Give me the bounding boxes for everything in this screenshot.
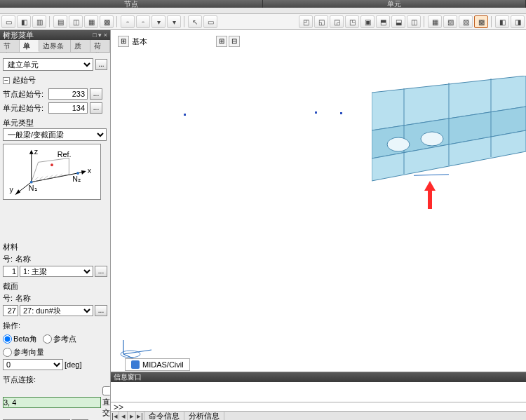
header-tab-element[interactable]: 单元 bbox=[263, 0, 526, 8]
svg-line-12 bbox=[49, 175, 53, 178]
elem-start-input[interactable] bbox=[48, 102, 88, 114]
svg-point-28 bbox=[387, 137, 410, 151]
svg-line-11 bbox=[44, 176, 48, 179]
view-tab-icon[interactable]: ⊟ bbox=[229, 36, 240, 47]
create-combo[interactable]: 建立单元 bbox=[3, 58, 93, 71]
view-icon[interactable]: ▨ bbox=[459, 15, 473, 28]
tool-icon[interactable]: ▭ bbox=[203, 15, 217, 28]
more-button[interactable]: ... bbox=[95, 59, 107, 70]
tab-node[interactable]: 节点 bbox=[0, 40, 20, 52]
node-marker bbox=[340, 112, 342, 114]
view-tab-icon[interactable]: ⊞ bbox=[216, 36, 227, 47]
message-body[interactable] bbox=[111, 382, 526, 402]
tool-icon[interactable]: ▩ bbox=[100, 15, 114, 28]
node-start-input[interactable] bbox=[48, 88, 88, 100]
view-icon[interactable]: ⬒ bbox=[376, 15, 390, 28]
tool-icon[interactable]: ▦ bbox=[84, 15, 98, 28]
start-section-header[interactable]: − 起始号 bbox=[3, 75, 107, 86]
node-marker bbox=[184, 114, 186, 116]
material-select[interactable]: 1: 主梁 bbox=[20, 266, 93, 277]
view-icon[interactable]: ◫ bbox=[407, 15, 421, 28]
nav-next-icon[interactable]: ▸ bbox=[128, 412, 136, 421]
svg-marker-1 bbox=[29, 150, 34, 154]
tool-icon[interactable]: ◧ bbox=[17, 15, 31, 28]
svg-point-17 bbox=[30, 181, 33, 184]
node-conn-input[interactable] bbox=[3, 397, 101, 408]
model-viewport[interactable]: ⊞ 基本 ⊞ ⊟ bbox=[111, 30, 526, 420]
tab-load[interactable]: 荷载 bbox=[90, 40, 110, 52]
bridge-model bbox=[372, 76, 526, 188]
midas-logo-icon bbox=[131, 360, 140, 369]
section-select[interactable]: 27: dun#块 bbox=[20, 305, 93, 316]
orth-checkbox[interactable]: 直交 bbox=[102, 386, 110, 418]
svg-marker-4 bbox=[81, 170, 86, 175]
material-num-input[interactable] bbox=[3, 266, 18, 277]
tool-dropdown-icon[interactable]: ▾ bbox=[151, 15, 166, 28]
top-header-tabs: 节点 单元 bbox=[0, 0, 526, 8]
view-icon[interactable]: ◧ bbox=[495, 15, 509, 28]
tool-icon[interactable]: ▭ bbox=[1, 15, 15, 28]
svg-text:N₁: N₁ bbox=[29, 184, 37, 192]
svg-text:x: x bbox=[88, 166, 92, 175]
pointer-icon[interactable]: ↖ bbox=[188, 15, 202, 28]
refpoint-radio[interactable]: 参考点 bbox=[43, 334, 76, 344]
section-more[interactable]: ... bbox=[95, 305, 107, 316]
viewer-tab[interactable]: MIDAS/Civil bbox=[125, 358, 190, 371]
view-icon[interactable]: ▣ bbox=[360, 15, 375, 28]
view-icon[interactable]: ▦ bbox=[428, 15, 442, 28]
elem-type-combo[interactable]: 一般梁/变截面梁 bbox=[3, 128, 107, 141]
section-num-input[interactable] bbox=[3, 305, 18, 316]
beta-value-combo[interactable]: 0 bbox=[3, 359, 63, 370]
section-group: 截面 bbox=[3, 281, 107, 292]
header-tab-node[interactable]: 节点 bbox=[0, 0, 263, 8]
view-icon[interactable]: ◰ bbox=[299, 15, 313, 28]
svg-point-29 bbox=[421, 132, 443, 146]
material-group: 材料 bbox=[3, 242, 107, 252]
view-tab-icon[interactable]: ⊞ bbox=[118, 36, 129, 47]
panel-title: 树形菜单 bbox=[3, 30, 34, 41]
view-icon[interactable]: ▧ bbox=[443, 15, 457, 28]
view-icon[interactable]: ⬓ bbox=[391, 15, 405, 28]
message-title: 信息窗口 bbox=[111, 372, 526, 382]
tool-dropdown-icon[interactable]: ▾ bbox=[167, 15, 181, 28]
tool-icon[interactable]: ◫ bbox=[69, 15, 83, 28]
node-start-more[interactable]: ... bbox=[90, 88, 102, 100]
elem-type-label: 单元类型 bbox=[3, 118, 107, 128]
panel-tabs: 节点 单元 边界条件 质量 荷载 bbox=[0, 40, 110, 53]
nav-first-icon[interactable]: |◂ bbox=[111, 412, 119, 421]
tab-mass[interactable]: 质量 bbox=[71, 40, 90, 52]
view-icon[interactable]: ◲ bbox=[330, 15, 344, 28]
view-icon[interactable]: ◨ bbox=[511, 15, 525, 28]
tool-icon[interactable]: ▥ bbox=[32, 15, 46, 28]
tab-analysis-info[interactable]: 分析信息 bbox=[184, 411, 224, 421]
beta-radio[interactable]: Beta角 bbox=[3, 334, 37, 344]
node-marker bbox=[315, 111, 317, 114]
panel-controls[interactable]: □ ▾ × bbox=[93, 32, 107, 39]
message-panel: 信息窗口 >> bbox=[111, 372, 526, 411]
node-start-label: 节点起始号: bbox=[3, 89, 46, 100]
refvec-radio[interactable]: 参考向量 bbox=[3, 347, 44, 358]
tab-command-info[interactable]: 命令信息 bbox=[144, 411, 184, 421]
svg-line-9 bbox=[35, 177, 39, 180]
collapse-icon[interactable]: − bbox=[3, 77, 10, 84]
tool-icon[interactable]: ▫ bbox=[136, 15, 150, 28]
view-icon[interactable]: ◳ bbox=[345, 15, 359, 28]
material-more[interactable]: ... bbox=[95, 266, 107, 277]
svg-point-15 bbox=[50, 163, 53, 166]
tab-element[interactable]: 单元 bbox=[20, 40, 39, 52]
view-icon[interactable]: ◱ bbox=[314, 15, 328, 28]
menu-row bbox=[0, 8, 526, 14]
tool-icon[interactable]: ▫ bbox=[121, 15, 135, 28]
svg-marker-7 bbox=[15, 189, 20, 195]
view-tab-basic[interactable]: 基本 bbox=[132, 36, 147, 47]
main-toolbar: ▭ ◧ ▥ ▤ ◫ ▦ ▩ ▫ ▫ ▾ ▾ ↖ ▭ ◰ ◱ ◲ ◳ ▣ ⬒ ⬓ … bbox=[0, 14, 526, 30]
axis-triad-icon bbox=[116, 337, 156, 361]
op-label: 操作: bbox=[3, 320, 107, 331]
view-icon-active[interactable]: ▩ bbox=[474, 15, 488, 28]
nav-last-icon[interactable]: ▸| bbox=[136, 412, 144, 421]
nav-prev-icon[interactable]: ◂ bbox=[119, 412, 128, 421]
tab-boundary[interactable]: 边界条件 bbox=[39, 40, 71, 52]
tool-icon[interactable]: ▤ bbox=[53, 15, 67, 28]
svg-text:N₂: N₂ bbox=[72, 175, 81, 183]
elem-start-more[interactable]: ... bbox=[90, 102, 102, 114]
